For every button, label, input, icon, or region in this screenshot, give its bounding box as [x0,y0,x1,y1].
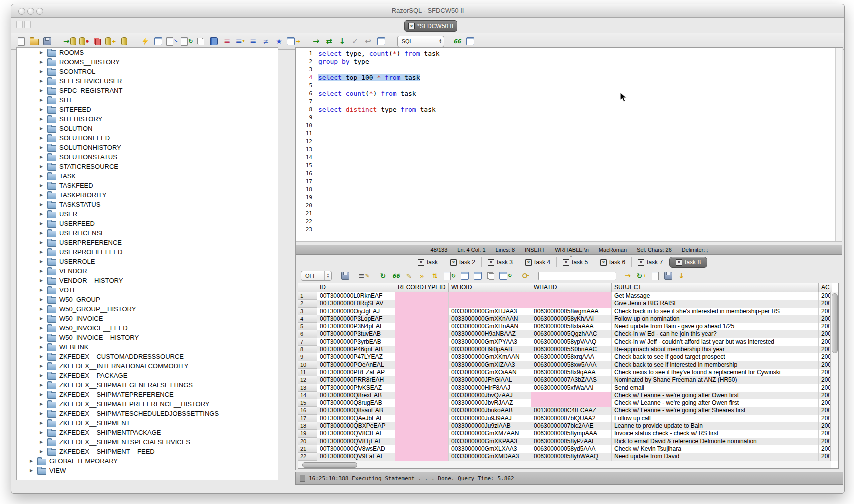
save-results-icon[interactable] [341,272,350,280]
tree-item-solutionfeed[interactable]: ▶SOLUTIONFEED [17,134,278,143]
result-tab-task-4[interactable]: ✕task 4 [520,258,557,268]
expand-arrow-icon[interactable]: ▶ [40,174,44,178]
cell-recordtypeid[interactable] [396,453,449,460]
code-line-13[interactable] [318,146,836,154]
add-refresh-icon[interactable]: ↻+ [636,272,646,280]
table-row[interactable]: 1400T3000000Q8rexEAB0033000000JbvQzAAJCh… [298,392,838,400]
cell-recordtypeid[interactable] [396,330,449,338]
expand-arrow-icon[interactable]: ▶ [40,336,44,340]
result-tab-task[interactable]: ✕task [412,258,444,268]
cell-recordtypeid[interactable] [396,422,449,430]
cell-whoid[interactable]: 0033000000GmXKnAAN [449,316,532,323]
code-line-11[interactable] [318,130,836,138]
cell-whoid[interactable] [449,292,532,300]
row-number[interactable]: 11 [298,369,318,376]
cell-whatid[interactable] [532,400,612,407]
row-limit-select[interactable]: OFF ▲▼ [301,271,332,281]
cell-recordtypeid[interactable] [396,362,449,369]
cell-id[interactable]: 00T3000000QV8CfEAL [318,430,396,438]
expand-arrow-icon[interactable]: ▶ [40,288,44,292]
expand-arrow-icon[interactable]: ▶ [40,354,44,359]
cell-id[interactable]: 00T3000000PfvKSEAZ [318,384,396,392]
row-number[interactable]: 19 [298,430,318,438]
stepper-icon[interactable]: ▲▼ [437,36,444,47]
notepad-icon[interactable] [652,272,660,280]
expand-arrow-icon[interactable]: ▶ [40,60,44,64]
code-line-20[interactable] [318,202,836,210]
table-row[interactable]: 1600T3000000Q8sauEAB0033000000JbukoAAB00… [298,407,838,414]
cell-id[interactable]: 00T3000000Q8sauEAB [318,407,396,414]
tree-view-icon[interactable] [474,272,482,280]
swap-icon[interactable]: ⇄ [324,36,334,47]
cell-id[interactable]: 00T3000000POeAnEAL [318,362,396,369]
cell-recordtypeid[interactable] [396,415,449,422]
row-number[interactable]: 15 [298,400,318,407]
cell-id[interactable]: 00T3000000P47LYEAZ [318,354,396,361]
tree-item-staticresource[interactable]: ▶STATICRESOURCE [17,162,278,172]
tree-item-zkfedex-shipment[interactable]: ▶ZKFEDEX__SHIPMENT [17,418,278,428]
expand-arrow-icon[interactable]: ▶ [40,383,44,388]
go-icon[interactable]: → [624,272,632,280]
expand-arrow-icon[interactable]: ▶ [40,240,44,245]
cell-subject[interactable]: Leanne to provide update to Bain [612,422,819,430]
table-row[interactable]: 800T3000000P46qnEAB0033000000H9i0pAAB006… [298,346,838,354]
result-tab-task-3[interactable]: ✕task 3 [482,258,520,268]
expand-arrow-icon[interactable]: ▶ [40,202,44,207]
tree-item-w50-invoice-feed[interactable]: ▶W50_INVOICE__FEED [17,324,278,333]
edit-form-icon[interactable] [154,36,164,47]
new-file-icon[interactable] [16,36,26,47]
row-number[interactable]: 7 [298,338,318,346]
tree-item-userprofilefeed[interactable]: ▶USERPROFILEFEED [17,248,278,257]
cell-subject[interactable]: Give Jenn a BIG RAISE [612,300,819,308]
cell-subject[interactable]: Check back in to see if she's interested… [612,308,819,316]
cell-whoid[interactable]: 0033000000JbvRJAAZ [449,400,532,407]
cell-id[interactable]: 00T3000000QV9FaEAL [318,453,396,460]
table-row[interactable]: 1700T3000000QAeJbEAL0033000000Ju9J9AAJ00… [298,415,838,422]
cell-recordtypeid[interactable] [396,400,449,407]
cell-subject[interactable]: Get Massage [612,292,819,300]
cell-whatid[interactable]: 006300000058yd5AAA [532,446,612,453]
cell-subject[interactable]: Check w/ Leanne - we're going after Shea… [612,407,819,414]
tree-item-userfeed[interactable]: ▶USERFEED [17,219,278,228]
cell-whoid[interactable]: 0033000000JbvQzAAJ [449,392,532,400]
tree-item-w50-invoice-history[interactable]: ▶W50_INVOICE__HISTORY [17,333,278,342]
copy-results-icon[interactable] [486,272,495,280]
expand-arrow-icon[interactable]: ▶ [30,468,34,473]
expand-arrow-icon[interactable]: ▶ [40,269,44,274]
tree-item-userrole[interactable]: ▶USERROLE [17,257,278,266]
tree-item-userpreference[interactable]: ▶USERPREFERENCE [17,238,278,248]
form-view-icon[interactable] [460,272,469,280]
expand-arrow-icon[interactable]: ▶ [40,450,44,454]
expand-arrow-icon[interactable]: ▶ [40,164,44,169]
table-row[interactable]: 500T3000000P3N4pEAF0033000000GmXHnAAN006… [298,323,838,330]
cell-recordtypeid[interactable] [396,316,449,323]
book-icon[interactable] [209,36,219,47]
tree-item-userlicense[interactable]: ▶USERLICENSE [17,228,278,238]
code-line-6[interactable]: select count(*) from task [318,90,836,98]
close-tab-icon[interactable]: ✕ [450,260,457,266]
tree-item-taskpriority[interactable]: ▶TASKPRIORITY [17,190,278,200]
expand-arrow-icon[interactable]: ▶ [40,126,44,131]
expand-arrow-icon[interactable]: ▶ [40,364,44,368]
tree-item-weblink[interactable]: ▶WEBLINK [17,342,278,352]
expand-arrow-icon[interactable]: ▶ [40,98,44,102]
row-number[interactable]: 2 [298,300,318,308]
table-row[interactable]: 900T3000000P47LYEAZ0033000000GmXKmAAN006… [298,354,838,361]
code-line-12[interactable] [318,138,836,146]
delete-docs-icon[interactable] [92,36,102,47]
expand-arrow-icon[interactable]: ▶ [30,459,34,464]
row-number[interactable]: 5 [298,323,318,330]
code-line-8[interactable]: select distinct type from task [318,106,836,114]
tree-item-zkfedex-shipment-feed[interactable]: ▶ZKFEDEX__SHIPMENT__FEED [17,447,278,456]
tree-item-zkfedex-shipmatepreference-history[interactable]: ▶ZKFEDEX__SHIPMATEPREFERENCE__HISTORY [17,400,278,409]
row-number[interactable]: 17 [298,415,318,422]
cell-whatid[interactable]: 00630000007blQUAA2 [532,415,612,422]
code-line-16[interactable] [318,170,836,178]
insert-arrows-icon[interactable]: » [418,272,426,280]
cell-whoid[interactable] [449,300,532,308]
tree-item-rooms[interactable]: ▶ROOMS [17,48,278,58]
expand-arrow-icon[interactable]: ▶ [40,231,44,236]
tree-item-solutionstatus[interactable]: ▶SOLUTIONSTATUS [17,152,278,162]
disconnect-db-icon[interactable]: ● [80,36,90,47]
history-icon[interactable] [376,36,386,47]
